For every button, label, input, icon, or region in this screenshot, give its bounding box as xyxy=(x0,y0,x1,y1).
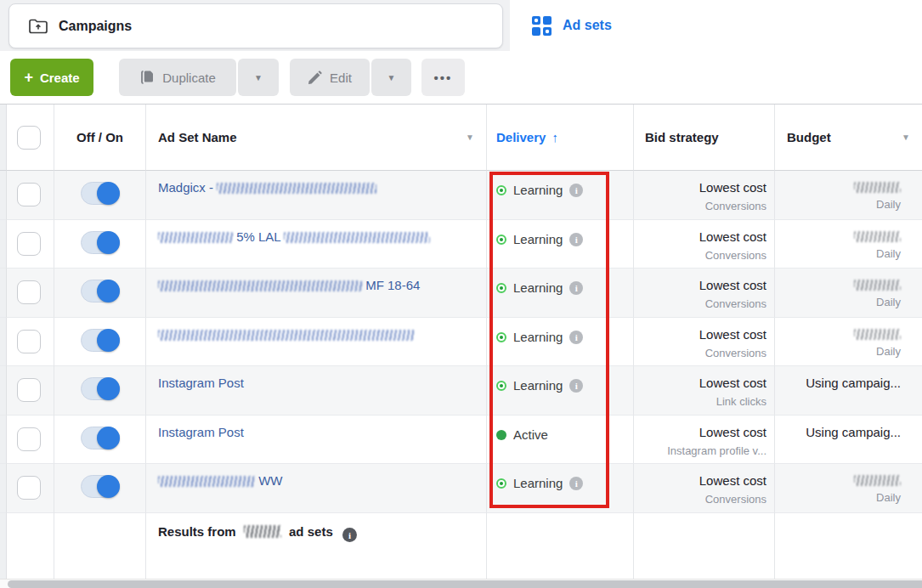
row-checkbox[interactable] xyxy=(17,378,41,402)
bid-strategy-cell: Lowest costInstagram profile v... xyxy=(634,416,775,465)
on-off-toggle[interactable] xyxy=(81,329,120,352)
table-left-gutter xyxy=(0,171,7,220)
learning-dot-icon xyxy=(496,478,506,489)
info-icon[interactable]: i xyxy=(569,233,583,246)
bid-strategy-cell: Lowest costConversions xyxy=(634,171,775,220)
bid-strategy-secondary: Conversions xyxy=(634,199,766,214)
on-off-toggle[interactable] xyxy=(81,182,120,205)
info-icon[interactable]: i xyxy=(569,477,583,490)
ad-set-name-cell: 5% LAL xyxy=(146,220,487,269)
budget-amount-redacted xyxy=(775,472,901,488)
table-left-gutter xyxy=(0,318,7,367)
scrollbar-thumb[interactable] xyxy=(8,580,922,588)
budget-secondary: Daily xyxy=(775,197,901,212)
bid-strategy-primary: Lowest cost xyxy=(634,179,766,196)
chevron-down-icon[interactable]: ▼ xyxy=(902,133,910,142)
table-row: Madgicx - LearningiLowest costConversion… xyxy=(0,171,922,220)
budget-cell: Daily xyxy=(775,464,922,513)
toggle-knob xyxy=(97,280,120,302)
budget-cell: Using campaig... xyxy=(775,366,922,416)
ad-set-name-cell: Instagram Post xyxy=(146,366,487,416)
more-actions-button[interactable]: ••• xyxy=(421,59,465,96)
ad-set-name-link[interactable]: MF 18-64 xyxy=(362,278,420,292)
ad-set-name-cell: MF 18-64 xyxy=(146,269,487,318)
on-off-toggle[interactable] xyxy=(81,475,120,498)
chevron-down-icon[interactable]: ▼ xyxy=(466,133,474,142)
edit-button[interactable]: Edit xyxy=(290,59,370,96)
on-off-toggle[interactable] xyxy=(81,377,120,400)
ad-set-name-cell: Madgicx - xyxy=(146,171,487,220)
header-bid-strategy[interactable]: Bid strategy xyxy=(634,105,775,171)
toggle-knob xyxy=(97,231,120,254)
info-icon[interactable]: i xyxy=(569,331,583,344)
table-row: MF 18-64 LearningiLowest costConversions… xyxy=(0,269,922,318)
create-button[interactable]: + Create xyxy=(10,59,93,96)
info-icon[interactable]: i xyxy=(342,528,357,542)
row-checkbox-cell xyxy=(7,269,54,318)
table-header-row: Off / On Ad Set Name ▼ Delivery ↑ Bid st… xyxy=(0,105,922,171)
on-off-toggle[interactable] xyxy=(81,280,120,302)
bid-strategy-primary: Lowest cost xyxy=(634,375,766,392)
ad-set-name-cell: WW xyxy=(146,464,487,513)
row-toggle-cell xyxy=(54,464,146,513)
table-left-gutter xyxy=(0,366,7,416)
row-toggle-cell xyxy=(54,318,146,367)
delivery-cell: Learningi xyxy=(487,171,634,220)
table-row: Instagram Post LearningiLowest costLink … xyxy=(0,366,922,416)
bid-strategy-primary: Lowest cost xyxy=(634,472,766,489)
info-icon[interactable]: i xyxy=(569,379,583,393)
horizontal-scrollbar[interactable] xyxy=(0,579,922,588)
learning-dot-icon xyxy=(496,381,506,391)
table-left-gutter xyxy=(0,464,7,513)
header-delivery[interactable]: Delivery ↑ xyxy=(487,105,634,171)
results-prefix: Results from xyxy=(158,524,236,539)
budget-header-label: Budget xyxy=(787,130,831,144)
delivery-status: Learning xyxy=(513,280,563,297)
budget-secondary: Daily xyxy=(775,246,901,262)
ad-sets-table: Off / On Ad Set Name ▼ Delivery ↑ Bid st… xyxy=(0,104,922,580)
chevron-down-icon: ▼ xyxy=(254,73,263,82)
select-all-checkbox[interactable] xyxy=(17,126,41,150)
row-checkbox[interactable] xyxy=(17,427,41,451)
ad-set-name-link[interactable]: WW xyxy=(255,473,282,488)
row-checkbox[interactable] xyxy=(17,280,41,304)
delivery-cell: Learningi xyxy=(487,220,634,269)
redacted-text xyxy=(158,476,255,487)
duplicate-button[interactable]: Duplicate xyxy=(119,59,236,96)
pencil-icon xyxy=(308,71,322,85)
info-icon[interactable]: i xyxy=(569,281,583,295)
create-button-label: Create xyxy=(40,71,80,85)
toggle-knob xyxy=(97,427,120,449)
learning-dot-icon xyxy=(496,185,506,195)
row-checkbox-cell xyxy=(7,220,54,269)
row-checkbox[interactable] xyxy=(17,232,41,256)
header-ad-set-name[interactable]: Ad Set Name ▼ xyxy=(146,105,487,171)
ad-sets-grid-icon xyxy=(531,15,552,37)
on-off-toggle[interactable] xyxy=(81,231,120,254)
delivery-cell: Learningi xyxy=(487,366,634,416)
info-icon[interactable]: i xyxy=(569,184,583,197)
on-off-toggle[interactable] xyxy=(81,427,120,449)
tab-ad-sets[interactable]: Ad sets xyxy=(510,0,922,51)
bid-strategy-cell: Lowest costLink clicks xyxy=(634,366,775,416)
row-checkbox-cell xyxy=(7,318,54,367)
ad-set-name-link[interactable]: Madgicx - xyxy=(158,180,217,195)
ad-set-name-link[interactable]: 5% LAL xyxy=(233,229,284,244)
edit-dropdown-button[interactable]: ▼ xyxy=(371,59,411,96)
tab-campaigns[interactable]: Campaigns xyxy=(8,3,503,48)
budget-secondary: Daily xyxy=(775,295,901,310)
redacted-text xyxy=(158,232,233,243)
row-checkbox[interactable] xyxy=(17,476,41,500)
redacted-text xyxy=(158,330,415,341)
ad-set-name-link[interactable]: Instagram Post xyxy=(158,376,244,390)
row-checkbox[interactable] xyxy=(17,330,41,353)
ad-set-name-link[interactable]: Instagram Post xyxy=(158,425,244,439)
campaigns-folder-icon xyxy=(28,17,48,36)
row-checkbox[interactable] xyxy=(17,183,41,206)
footer-cell xyxy=(487,513,634,580)
learning-dot-icon xyxy=(496,283,506,293)
duplicate-dropdown-button[interactable]: ▼ xyxy=(238,59,279,96)
row-toggle-cell xyxy=(54,171,146,220)
budget-cell: Daily xyxy=(775,220,922,269)
header-budget[interactable]: Budget ▼ xyxy=(775,105,922,171)
